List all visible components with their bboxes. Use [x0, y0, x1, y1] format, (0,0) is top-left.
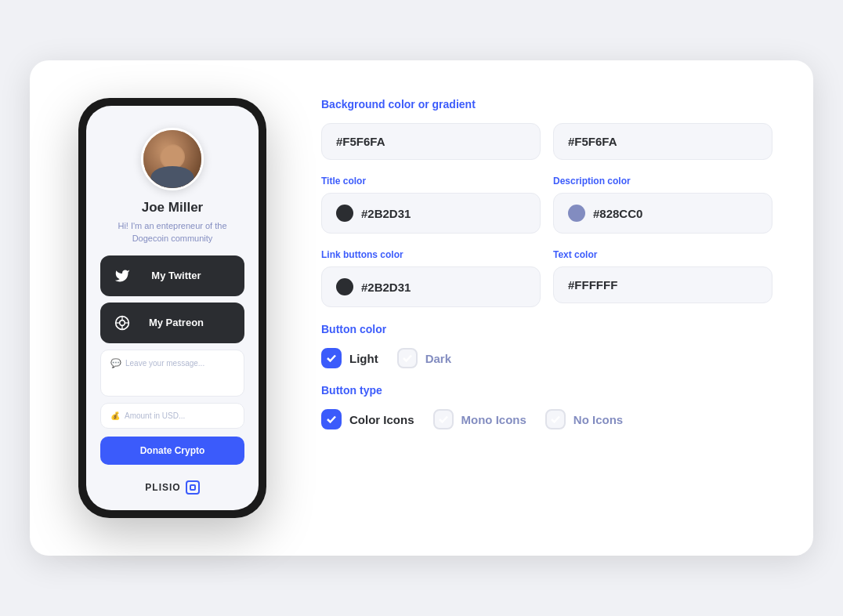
phone-frame: Joe Miller Hi! I'm an entepreneur of the… [78, 98, 266, 518]
button-type-section: Button type Color Icons Mono Icons [321, 384, 772, 429]
button-color-title: Button color [321, 323, 772, 335]
patreon-button[interactable]: My Patreon [100, 303, 244, 343]
plisio-logo: PLISIO [145, 480, 199, 495]
bg-color-input-2[interactable]: #F5F6FA [553, 123, 772, 160]
avatar-image [143, 130, 201, 188]
main-container: Joe Miller Hi! I'm an entepreneur of the… [30, 60, 813, 556]
bg-color-field-2[interactable]: #F5F6FA [553, 123, 772, 160]
no-icons-label: No Icons [573, 413, 623, 426]
title-color-swatch [336, 205, 353, 222]
desc-color-swatch [568, 205, 585, 222]
no-icons-option[interactable]: No Icons [545, 409, 623, 429]
desc-color-input[interactable]: #828CC0 [553, 193, 772, 234]
amount-input[interactable]: 💰 Amount in USD... [100, 403, 244, 429]
button-light-label: Light [349, 352, 378, 365]
svg-point-1 [120, 321, 125, 326]
link-color-label: Link buttons color [321, 249, 541, 260]
twitter-button-label: My Twitter [141, 270, 212, 281]
button-color-section: Button color Light Dark [321, 323, 772, 368]
donate-crypto-button[interactable]: Donate Crypto [100, 437, 244, 465]
button-type-title: Button type [321, 384, 772, 397]
button-dark-checkbox[interactable] [397, 348, 418, 368]
phone-screen: Joe Miller Hi! I'm an entepreneur of the… [86, 106, 259, 510]
profile-bio: Hi! I'm an entepreneur of the Dogecoin c… [100, 220, 244, 245]
link-color-field[interactable]: Link buttons color #2B2D31 [321, 249, 541, 307]
bg-color-input-1[interactable]: #F5F6FA [321, 123, 541, 160]
button-dark-label: Dark [425, 352, 451, 365]
link-color-input[interactable]: #2B2D31 [321, 266, 541, 307]
color-icons-option[interactable]: Color Icons [321, 409, 414, 429]
title-desc-color-row: Title color #2B2D31 Description color #8… [321, 176, 772, 234]
color-icons-checkbox[interactable] [321, 409, 342, 429]
bg-section-title: Background color or gradient [321, 98, 772, 111]
amount-placeholder: Amount in USD... [125, 411, 185, 420]
text-color-label: Text color [553, 249, 772, 260]
message-box[interactable]: 💬 Leave your message... [100, 350, 244, 397]
desc-color-field[interactable]: Description color #828CC0 [553, 176, 772, 234]
button-dark-option[interactable]: Dark [397, 348, 451, 368]
desc-color-label: Description color [553, 176, 772, 187]
plisio-icon [186, 480, 200, 495]
bg-gradient-row: #F5F6FA #F5F6FA [321, 123, 772, 160]
title-color-input[interactable]: #2B2D31 [321, 193, 541, 234]
profile-name: Joe Miller [142, 200, 203, 216]
plisio-text: PLISIO [145, 482, 180, 493]
mono-icons-option[interactable]: Mono Icons [433, 409, 526, 429]
bg-color-field-1[interactable]: #F5F6FA [321, 123, 541, 160]
patreon-button-label: My Patreon [141, 317, 212, 328]
button-light-checkbox[interactable] [321, 348, 342, 368]
mono-icons-label: Mono Icons [461, 413, 526, 426]
patreon-icon [111, 312, 133, 334]
button-color-toggle-row: Light Dark [321, 348, 772, 368]
button-light-option[interactable]: Light [321, 348, 378, 368]
text-color-input[interactable]: #FFFFFF [553, 266, 772, 303]
mono-icons-checkbox[interactable] [433, 409, 454, 429]
twitter-icon [111, 265, 133, 287]
link-text-color-row: Link buttons color #2B2D31 Text color #F… [321, 249, 772, 307]
settings-panel: Background color or gradient #F5F6FA #F5… [321, 98, 772, 518]
link-color-swatch [336, 278, 353, 295]
button-type-toggle-row: Color Icons Mono Icons No Icons [321, 409, 772, 429]
plisio-icon-inner [190, 484, 196, 491]
text-color-field[interactable]: Text color #FFFFFF [553, 249, 772, 307]
phone-mockup: Joe Miller Hi! I'm an entepreneur of the… [71, 98, 274, 518]
no-icons-checkbox[interactable] [545, 409, 566, 429]
title-color-field[interactable]: Title color #2B2D31 [321, 176, 541, 234]
twitter-button[interactable]: My Twitter [100, 255, 244, 296]
title-color-label: Title color [321, 176, 541, 187]
color-icons-label: Color Icons [349, 413, 414, 426]
avatar [141, 128, 204, 190]
message-placeholder: 💬 Leave your message... [110, 358, 204, 368]
